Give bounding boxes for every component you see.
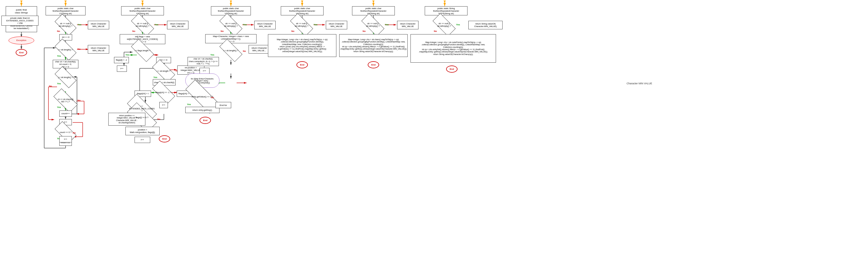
- v5-compute-text: Map<Integer, Long> chs = str.chars().map…: [340, 38, 407, 53]
- v4-title-box: public static charfirstNonRepeatedCharac…: [281, 6, 323, 15]
- v1-init-i-text: int i = 0: [62, 36, 69, 39]
- v2-null-check-text: str == null ||str.isEmpty() ?: [135, 22, 150, 28]
- v4-return-min: return CharacterMIN_VALUE: [326, 21, 347, 29]
- end-text-7: End: [450, 68, 454, 71]
- v1-i-inc: i++: [59, 136, 72, 142]
- v3-entry-check-text: entry.getValue() == 1 ?: [191, 95, 214, 99]
- v3-map-init: Map<Character, Integer> chars = new Link…: [205, 34, 256, 43]
- v4-compute-box: Map<Integer, Long> chs = str.chars().map…: [268, 34, 336, 57]
- v1-count-inc-text: count++: [62, 112, 70, 115]
- v2-flags-yes: Yes: [125, 54, 129, 56]
- v3-map-init-text: Map<Character, Integer> chars = new Link…: [206, 35, 256, 43]
- v1-char-vars-text: char ch = str.charAt(i);int count = 0;in…: [55, 60, 76, 68]
- v1-null-check: str == null ||str.isEmpty() ?: [56, 20, 75, 30]
- v2-str-loop-text: i < str.length ?: [156, 69, 171, 73]
- v2-str-yes: Yes: [153, 76, 157, 78]
- v2-i-inc-str: i++: [159, 102, 168, 108]
- v5-return-min-text: return CharacterMIN_VALUE: [400, 23, 415, 28]
- v2-return-pos: return position ==Integer.MAX_VALUE ?Cha…: [108, 113, 145, 126]
- end-text-1: End: [19, 51, 23, 54]
- end-text-4: End: [203, 119, 207, 122]
- v2-i-inc-last: i++: [134, 137, 150, 143]
- end-oval-6: End: [368, 61, 379, 68]
- v1-return-min-2: return CharacterMIN_VALUE: [88, 45, 109, 54]
- v3-return-min-2: return CharacterMIN_VALUE...: [249, 45, 270, 54]
- v4-title-text: public static charfirstNonRepeatedCharac…: [289, 7, 315, 15]
- entry-arrow-3: [142, 1, 144, 3]
- v2-flags-loop: i < flags.length ?: [132, 45, 153, 56]
- v1-outer-yes: Yes: [57, 55, 61, 57]
- v7-null-no: No: [434, 30, 437, 32]
- end-text-5: End: [300, 64, 304, 66]
- v3-str-loop-text: i < str.length() ?: [223, 49, 239, 53]
- v3-return-key-text: return entry.getKey();: [192, 109, 212, 111]
- end-text-3: End: [162, 138, 166, 140]
- v3-i-inc-text: i++: [203, 69, 206, 72]
- v2-i-inc-last-text: i++: [141, 138, 144, 141]
- v2-i-inc-flags-text: i++: [120, 67, 123, 70]
- private-final-int-text: private static final intEXTENDED_ASCII_C…: [6, 17, 33, 25]
- v3-compute-text: char ch = str.charAt(i);chars.compute(ch…: [188, 58, 218, 65]
- v3-null-check-text: str == null ||str.isEmpty() ?: [223, 22, 238, 28]
- v3-i-inc: i++: [199, 68, 210, 74]
- v1-return-min-top-text: return CharacterMIN_VALUE: [91, 23, 106, 28]
- v3-end-for-text: End for: [220, 104, 227, 106]
- v3-title-text: public static charfirstNonRepeatedCharac…: [218, 7, 244, 15]
- v1-outer-no: No: [78, 48, 81, 50]
- v2-str-loop: i < str.length ?: [153, 66, 175, 76]
- v2-min-pos: position =Math.min(position, flags[i]);: [125, 127, 160, 135]
- v2-null-no: No: [132, 30, 135, 32]
- v1-null-no: No: [57, 30, 60, 32]
- end-oval-4: End: [199, 117, 211, 124]
- v2-min-pos-text: position =Math.min(position, flags[i]);: [130, 129, 155, 134]
- v2-null-check: str == null ||str.isEmpty() ?: [132, 20, 153, 30]
- v2-return-pos-text: return position ==Integer.MAX_VALUE ?Cha…: [116, 114, 137, 124]
- v3-str-no: No: [243, 50, 246, 53]
- v2-pos-no: No: [157, 118, 160, 121]
- end-oval-1: End: [16, 49, 27, 56]
- v1-i-inc-text: i++: [64, 138, 67, 141]
- v1-count-no: No: [73, 132, 76, 134]
- v1-inner-loop: j < str.length() ?: [56, 72, 75, 82]
- entry-arrow-4: [230, 1, 232, 3]
- v2-flags-set: flags[i] = -1: [114, 57, 129, 63]
- v3-return-min-2-text: return CharacterMIN_VALUE...: [251, 47, 267, 52]
- v1-inner-yes: Yes: [57, 82, 61, 85]
- v1-title-text: public static charfirstNonRepeatedCharac…: [53, 7, 79, 15]
- v7-title-text: public static StringfirstNonRepeatedChar…: [433, 7, 459, 15]
- v3-null-yes: Yes: [243, 23, 247, 26]
- v1-outer-loop: i < str.length() ?: [56, 44, 75, 55]
- v1-null-check-text: str == null ||str.isEmpty() ?: [58, 22, 73, 28]
- v2-flags-init-text: int[] flags = new int[EXTENDED_ASCII_COD…: [121, 35, 164, 43]
- v5-null-check: str == null ||str.isEmpty() ?: [362, 20, 384, 30]
- v5-compute-box: Map<Integer, Long> chs = str.chars().map…: [339, 34, 408, 57]
- end-oval-5: End: [297, 61, 308, 68]
- v3-return-min-1-text: return CharacterMIN_VALUE: [257, 23, 273, 28]
- v2-flags-set-text: flags[i] = -1: [116, 59, 127, 62]
- v2-set-pos-text: flags[ch] = i: [137, 92, 149, 95]
- v1-char-vars: char ch = str.charAt(i);int count = 0;in…: [53, 60, 79, 68]
- v2-null-yes: Yes: [155, 23, 158, 26]
- end-oval-3: End: [159, 135, 170, 142]
- v2-flags-check-text: flags[ch] == -1 ?: [155, 91, 172, 94]
- v1-null-yes: Yes: [78, 23, 82, 26]
- v1-inner-no: No: [49, 85, 52, 88]
- v3-entry-check: entry.getValue() == 1 ?: [185, 90, 219, 103]
- v5-null-yes: Yes: [385, 23, 389, 26]
- v7-return-val: return String.valueOf(Character.MIN_VALU…: [468, 21, 502, 29]
- end-oval-7: End: [446, 66, 458, 73]
- v1-title-box: public static charfirstNonRepeatedCharac…: [45, 6, 86, 15]
- v4-null-check-text: str == null ||str.isEmpty() ?: [294, 22, 309, 28]
- v2-i-inc-flags: i++: [117, 66, 127, 72]
- v3-end-for: End for: [216, 102, 231, 108]
- v5-return-min: return CharacterMIN_VALUE: [397, 21, 418, 29]
- entry-arrow-5: [301, 1, 303, 3]
- v1-char-yes: Yes: [57, 106, 61, 108]
- v3-null-check: str == null ||str.isEmpty() ?: [220, 20, 242, 30]
- v2-ascii-loop-text: i < EXTENDED_ASCII_CODES?: [128, 104, 156, 113]
- exception-text: Exception: [16, 39, 26, 42]
- entry-arrow-6: [372, 1, 375, 3]
- v3-null-no: No: [221, 30, 224, 32]
- v2-title-text: public static charfirstNonRepeatedCharac…: [129, 7, 155, 15]
- v4-return-min-text: return CharacterMIN_VALUE: [329, 23, 344, 28]
